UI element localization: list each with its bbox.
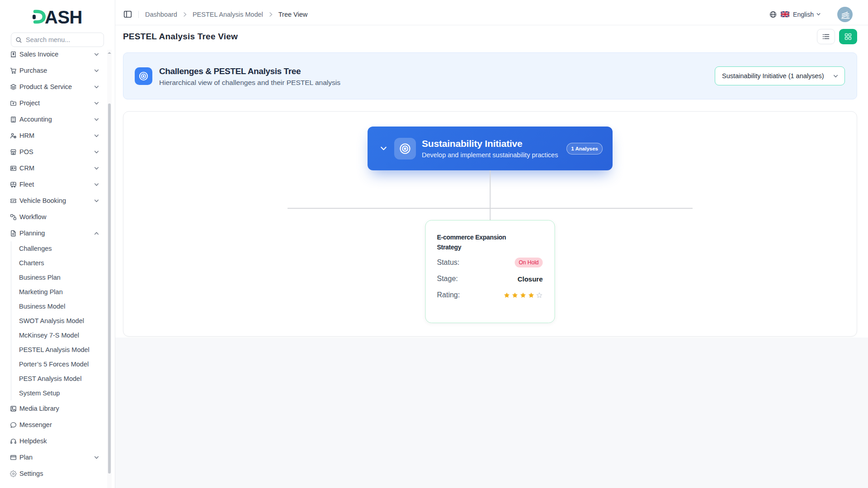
banner-subtitle: Hierarchical view of challenges and thei… xyxy=(159,79,340,87)
sidebar-item-fleet[interactable]: Fleet xyxy=(0,176,115,192)
breadcrumb-pestel-analysis-model[interactable]: PESTEL Analysis Model xyxy=(193,11,263,18)
tree-connector-vertical xyxy=(490,170,491,220)
sidebar-item-vehicle-booking[interactable]: Vehicle Booking xyxy=(0,192,115,209)
star-empty-icon xyxy=(536,292,543,299)
sidebar-scrollbar[interactable] xyxy=(107,50,112,488)
node-text: Sustainability Initiative Develop and im… xyxy=(422,138,558,159)
tree-view-card: Sustainability Initiative Develop and im… xyxy=(123,111,857,337)
sidebar-subitem-pestel-analysis-model[interactable]: PESTEL Analysis Model xyxy=(11,343,115,357)
sidebar-subitem-swot-analysis-model[interactable]: SWOT Analysis Model xyxy=(11,314,115,328)
sidebar-toggle-icon[interactable] xyxy=(123,10,132,19)
list-view-button[interactable] xyxy=(817,29,835,44)
list-icon xyxy=(822,33,830,41)
sidebar-item-plan[interactable]: Plan xyxy=(0,449,115,465)
headset-icon xyxy=(10,438,17,445)
svg-text:ASH: ASH xyxy=(45,9,82,27)
node-target-icon xyxy=(394,138,416,160)
building-icon xyxy=(840,9,850,20)
status-label: Status: xyxy=(437,258,460,267)
grid-view-button[interactable] xyxy=(839,29,857,44)
language-chevron-icon[interactable] xyxy=(816,12,821,17)
grid-icon xyxy=(844,33,852,41)
sidebar-item-messenger[interactable]: Messenger xyxy=(0,417,115,433)
sidebar-item-pos[interactable]: POS xyxy=(0,144,115,160)
sidebar-subitem-marketing-plan[interactable]: Marketing Plan xyxy=(11,285,115,299)
rating-stars xyxy=(504,292,543,299)
tree-root-node[interactable]: Sustainability Initiative Develop and im… xyxy=(368,127,613,170)
sidebar-subitem-charters[interactable]: Charters xyxy=(11,256,115,270)
sidebar-item-helpdesk[interactable]: Helpdesk xyxy=(0,433,115,449)
search-input[interactable] xyxy=(26,36,99,43)
brand-logo[interactable]: ASH xyxy=(0,9,115,26)
dash-logo-icon: ASH xyxy=(33,9,82,27)
node-collapse-icon[interactable] xyxy=(379,144,388,153)
sidebar-subitem-system-setup[interactable]: System Setup xyxy=(11,386,115,400)
child-title: E-commerce Expansion Strategy xyxy=(437,232,528,252)
chevron-down-icon xyxy=(94,455,99,460)
sidebar-subitem-porter-s-5-forces-model[interactable]: Porter’s 5 Forces Model xyxy=(11,357,115,371)
workflow-icon xyxy=(10,214,17,221)
sidebar-item-sales-invoice[interactable]: Sales Invoice xyxy=(0,46,115,62)
sidebar-item-label: POS xyxy=(19,148,33,155)
sidebar-item-accounting[interactable]: Accounting xyxy=(0,111,115,127)
chevron-down-icon xyxy=(94,149,99,155)
sidebar-item-label: Project xyxy=(19,99,40,107)
chevron-down-icon xyxy=(94,133,99,139)
sidebar-item-label: Vehicle Booking xyxy=(19,197,66,204)
idcard-icon xyxy=(10,165,17,172)
status-badge: On Hold xyxy=(514,258,542,267)
chevron-down-icon xyxy=(94,68,99,74)
scrollbar-thumb[interactable] xyxy=(108,103,111,474)
breadcrumb-tree-view[interactable]: Tree View xyxy=(278,11,307,18)
page-head: PESTEL Analysis Tree View xyxy=(123,29,857,44)
uk-flag-icon[interactable] xyxy=(781,11,789,17)
sidebar-subitem-mckinsey-7-s-model[interactable]: McKinsey 7-S Model xyxy=(11,328,115,343)
sidebar-item-media-library[interactable]: Media Library xyxy=(0,400,115,417)
sidebar-item-crm[interactable]: CRM xyxy=(0,160,115,176)
sidebar-item-purchase[interactable]: Purchase xyxy=(0,62,115,79)
chevron-down-icon xyxy=(94,100,99,106)
info-banner: Challenges & PESTEL Analysis Tree Hierar… xyxy=(123,52,857,99)
main-area: DashboardPESTEL Analysis ModelTree View … xyxy=(115,0,868,488)
analyses-count-badge: 1 Analyses xyxy=(566,143,603,155)
banner-text: Challenges & PESTEL Analysis Tree Hierar… xyxy=(159,66,340,87)
sidebar-item-label: Media Library xyxy=(19,405,59,412)
scrollbar-up-arrow[interactable] xyxy=(108,52,111,54)
store-icon xyxy=(10,149,17,155)
banner-title: Challenges & PESTEL Analysis Tree xyxy=(159,66,340,76)
sidebar-item-label: Accounting xyxy=(19,116,52,123)
sidebar-subitem-challenges[interactable]: Challenges xyxy=(11,241,115,256)
image-icon xyxy=(10,405,17,412)
globe-icon[interactable] xyxy=(769,11,777,18)
sidebar-nav: Sales InvoicePurchaseProduct & ServicePr… xyxy=(0,46,115,482)
avatar[interactable] xyxy=(837,7,853,22)
sidebar-subitem-business-model[interactable]: Business Model xyxy=(11,299,115,314)
sidebar-subitem-pest-analysis-model[interactable]: PEST Analysis Model xyxy=(11,371,115,386)
sidebar-item-label: HRM xyxy=(19,132,34,139)
analysis-select[interactable]: Sustainability Initiative (1 analyses) xyxy=(715,66,845,85)
language-label[interactable]: English xyxy=(793,11,814,18)
chevron-down-icon xyxy=(94,182,99,188)
sidebar-item-project[interactable]: Project xyxy=(0,95,115,111)
layers-icon xyxy=(10,84,17,90)
app-root: ASH Sales InvoicePurchaseProduct & Servi… xyxy=(0,0,868,488)
bus-icon xyxy=(10,181,17,188)
sidebar-item-settings[interactable]: Settings xyxy=(0,465,115,482)
sidebar-item-label: Sales Invoice xyxy=(19,51,58,58)
node-subtitle: Develop and implement sustainability pra… xyxy=(422,151,558,159)
sidebar-subitem-business-plan[interactable]: Business Plan xyxy=(11,270,115,285)
breadcrumb-dashboard[interactable]: Dashboard xyxy=(145,11,177,18)
sidebar-item-hrm[interactable]: HRM xyxy=(0,127,115,144)
target-icon xyxy=(135,67,152,85)
card-icon xyxy=(10,454,17,461)
sidebar-item-workflow[interactable]: Workflow xyxy=(0,209,115,225)
chevron-right-icon xyxy=(268,11,274,18)
rating-row: Rating: xyxy=(437,290,543,300)
tree-child-card[interactable]: E-commerce Expansion Strategy Status: On… xyxy=(425,220,555,323)
sidebar-item-planning[interactable]: Planning xyxy=(0,225,115,241)
sidebar-item-product-and-service[interactable]: Product & Service xyxy=(0,79,115,95)
topbar: DashboardPESTEL Analysis ModelTree View … xyxy=(115,0,868,25)
sidebar-item-label: Planning xyxy=(19,230,45,237)
chevron-right-icon xyxy=(182,11,188,18)
topbar-right: English xyxy=(769,7,857,22)
